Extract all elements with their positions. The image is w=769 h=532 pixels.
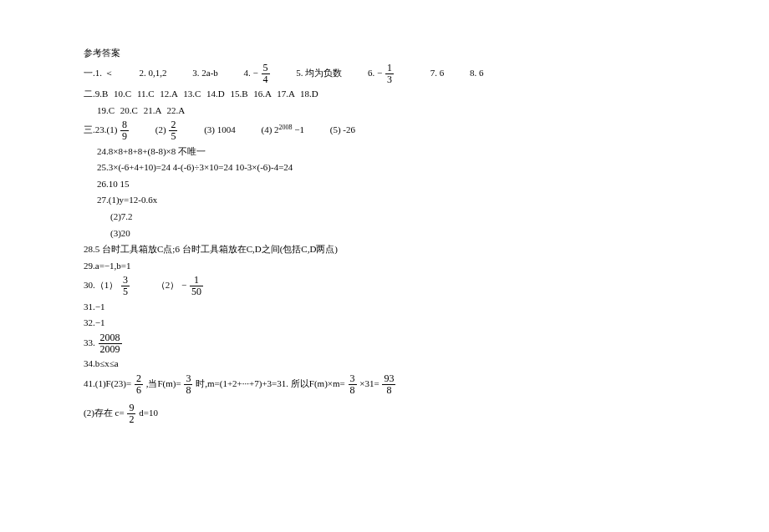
- s1-a4neg: −: [253, 68, 258, 78]
- answer-27-3: (3)20: [84, 226, 769, 241]
- s1-a5p: 5.: [296, 68, 303, 78]
- answer-32: 32.−1: [84, 316, 769, 331]
- a41-2-frac: 92: [127, 403, 135, 425]
- s3-a4exp: 2008: [279, 124, 293, 131]
- s3-p3: (3): [204, 124, 215, 134]
- a30-f2: 150: [190, 275, 203, 297]
- section-2-line1: 二.9.B 10.C 11.C 12.A 13.C 14.D 15.B 16.A…: [84, 87, 769, 102]
- s3-a3: 1004: [217, 124, 236, 134]
- answer-41-1: 41.(1)F(23)= 26 ,当F(m)= 38 时,m=(1+2+···+…: [84, 373, 769, 396]
- answer-33: 33. 20082009: [84, 332, 769, 355]
- a33-prefix: 33.: [84, 337, 95, 347]
- s3-p2: (2): [155, 124, 166, 134]
- s1-a2p: 2.: [140, 68, 146, 78]
- answer-28: 28.5 台时工具箱放C点;6 台时工具箱放在C,D之间(包括C,D两点): [84, 242, 769, 257]
- a41-mid1: ,当F(m)=: [146, 378, 181, 388]
- section-1: 一.1. ＜ 2. 0,1,2 3. 2a-b 4. − 54 5. 均为负数 …: [84, 63, 769, 85]
- answer-34: 34.b≤x≤a: [84, 357, 769, 372]
- s3-p4: (4): [261, 124, 272, 134]
- s3-a4rest: −1: [294, 124, 304, 134]
- a33-frac: 20082009: [99, 332, 122, 355]
- s1-a3: 2a-b: [201, 68, 218, 78]
- a41-f2: 38: [184, 373, 192, 396]
- section-2-line2: 19.C 20.C 21.A 22.A: [84, 104, 769, 119]
- a41-times: ×31=: [359, 378, 379, 388]
- s1-prefix: 一.1.: [84, 68, 102, 78]
- title: 参考答案: [84, 46, 769, 61]
- a30-f1: 35: [121, 275, 130, 297]
- s3-prefix: 三.23.(1): [84, 124, 117, 134]
- a41-f3: 38: [349, 373, 357, 396]
- a41-mid2: 时,m=(1+2+···+7)+3=31. 所以F(m)×m=: [196, 378, 345, 388]
- s1-a7p: 7.: [430, 68, 437, 78]
- section-3-q23: 三.23.(1) 89 (2) 25 (3) 1004 (4) 22008 −1…: [84, 119, 769, 142]
- a41-f1: 26: [135, 373, 143, 396]
- s3-f1: 89: [120, 119, 129, 142]
- s3-p5: (5): [330, 124, 341, 134]
- s1-a7: 6: [440, 68, 445, 78]
- s3-f2: 25: [169, 119, 177, 142]
- a41-2-suffix: d=10: [139, 408, 158, 418]
- answer-25: 25.3×(-6+4+10)=24 4-(-6)÷3×10=24 10-3×(-…: [84, 160, 769, 175]
- a30-neg: −: [181, 281, 186, 291]
- answer-41-2: (2)存在 c= 92 d=10: [84, 403, 769, 425]
- s1-a6neg: −: [377, 68, 382, 78]
- s1-a3p: 3.: [192, 68, 199, 78]
- s1-a4-frac: 54: [262, 63, 270, 85]
- a41-prefix: 41.(1)F(23)=: [84, 378, 131, 388]
- s1-a4p: 4.: [244, 68, 251, 78]
- s1-a1: ＜: [104, 68, 114, 78]
- answer-26: 26.10 15: [84, 177, 769, 192]
- answer-29: 29.a=−1,b=1: [84, 259, 769, 274]
- a30-p2: （2）: [156, 281, 180, 291]
- s1-a8p: 8.: [470, 68, 476, 78]
- answer-27-1: 27.(1)y=12-0.6x: [84, 193, 769, 208]
- s1-a2: 0,1,2: [149, 68, 167, 78]
- s1-a5: 均为负数: [305, 68, 342, 78]
- answer-24: 24.8×8+8+8+(8-8)×8 不唯一: [84, 144, 769, 160]
- s1-a6-frac: 13: [385, 63, 394, 85]
- s1-a6p: 6.: [368, 68, 374, 78]
- a41-2-prefix: (2)存在 c=: [84, 408, 125, 418]
- answer-27-2: (2)7.2: [84, 210, 769, 225]
- answer-31: 31.−1: [84, 300, 769, 315]
- a30-prefix: 30.（1）: [84, 281, 118, 291]
- s3-a5: -26: [343, 124, 355, 134]
- answer-30: 30.（1） 35 （2） − 150: [84, 275, 769, 297]
- a41-f4: 938: [382, 373, 395, 396]
- s1-a8: 6: [479, 68, 484, 78]
